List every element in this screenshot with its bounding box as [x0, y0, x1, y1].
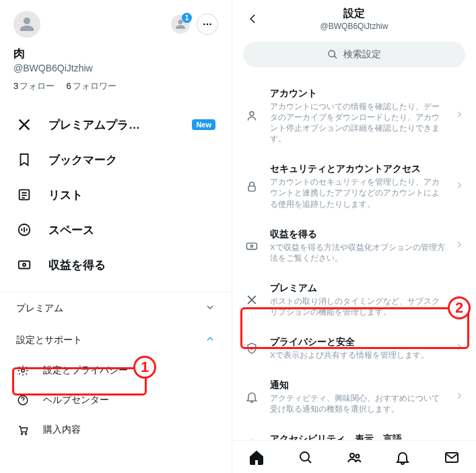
svg-point-14	[250, 245, 252, 247]
account-switcher[interactable]: 1	[171, 15, 190, 34]
page-subtitle: @BWQB6QiJtzhiw	[242, 22, 467, 31]
svg-point-10	[26, 433, 27, 435]
svg-rect-5	[19, 261, 30, 269]
svg-point-7	[22, 369, 25, 373]
nav-messages[interactable]	[438, 447, 465, 468]
home-icon	[248, 449, 265, 466]
sub-label: 購入内容	[43, 424, 81, 436]
setting-title: 収益を得る	[270, 228, 445, 241]
setting-security[interactable]: セキュリティとアカウントアクセス アカウントのセキュリティを管理したり、アカウン…	[232, 154, 476, 218]
chevron-right-icon	[454, 391, 464, 403]
nav-label: プレミアムプラ…	[48, 117, 140, 133]
svg-point-17	[300, 452, 309, 461]
setting-monetization[interactable]: 収益を得る Xで収益を得る方法や収益化オプションの管理方法をご覧ください。	[232, 219, 476, 273]
chevron-right-icon	[454, 181, 464, 193]
setting-privacy-safety[interactable]: プライバシーと安全 Xで表示および共有する情報を管理します。	[232, 327, 476, 370]
section-label: プレミアム	[16, 303, 63, 315]
avatar-row: 1	[13, 11, 218, 38]
search-icon	[327, 49, 338, 60]
nav-label: 収益を得る	[48, 257, 106, 273]
nav-communities[interactable]	[341, 447, 368, 468]
setting-account[interactable]: アカウント アカウントについての情報を確認したり、データのアーカイブをダウンロー…	[232, 78, 476, 154]
nav-lists[interactable]: リスト	[0, 177, 232, 212]
setting-title: プライバシーと安全	[270, 336, 445, 348]
section-settings-support[interactable]: 設定とサポート	[0, 324, 232, 356]
drawer-menu: 1 肉 @BWQB6QiJtzhiw 3フォロー 6フォロワー プレミアムプラ……	[0, 0, 232, 473]
following-count[interactable]: 3	[13, 81, 18, 91]
money-icon	[16, 257, 32, 273]
svg-rect-12	[248, 186, 255, 191]
settings-header: 設定 @BWQB6QiJtzhiw	[232, 0, 476, 35]
handle: @BWQB6QiJtzhiw	[13, 63, 218, 73]
svg-point-18	[350, 453, 354, 458]
svg-point-1	[207, 24, 209, 26]
bottom-nav	[232, 440, 476, 473]
setting-desc: Xで表示および共有する情報を管理します。	[270, 350, 445, 360]
money-icon	[243, 237, 261, 255]
svg-point-6	[23, 263, 26, 266]
svg-rect-13	[247, 243, 257, 249]
setting-desc: Xで収益を得る方法や収益化オプションの管理方法をご覧ください。	[270, 242, 445, 263]
settings-search[interactable]: 検索設定	[243, 42, 465, 67]
list-icon	[16, 187, 32, 203]
nav-home[interactable]	[243, 447, 270, 468]
setting-desc: ポストの取り消しのタイミングなど、サブスクリプションの機能を管理します。	[270, 296, 445, 317]
svg-point-0	[203, 24, 205, 26]
nav-bookmarks[interactable]: ブックマーク	[0, 142, 232, 177]
followers-label[interactable]: フォロワー	[73, 81, 116, 91]
nav-notifications[interactable]	[389, 447, 416, 468]
setting-accessibility[interactable]: アクセシビリティ、表示、言語 Xコンテンツの表示方法を管理します。	[232, 424, 476, 440]
setting-desc: アカウントのセキュリティを管理したり、アカウントと連携したアプリなどのアカウント…	[270, 177, 445, 209]
more-button[interactable]	[197, 13, 218, 35]
nav-search[interactable]	[292, 447, 319, 468]
new-badge: New	[192, 119, 215, 130]
people-icon	[346, 449, 362, 466]
gear-icon	[16, 364, 30, 377]
chevron-right-icon	[454, 342, 464, 354]
followers-count[interactable]: 6	[66, 81, 71, 91]
display-name: 肉	[13, 46, 218, 61]
person-icon	[243, 107, 261, 125]
nav-list: プレミアムプラ… New ブックマーク リスト スペース 収益を得る	[0, 107, 232, 282]
spaces-icon	[16, 222, 32, 238]
cart-icon	[16, 423, 30, 437]
sub-purchases[interactable]: 購入内容	[0, 415, 232, 445]
svg-point-19	[355, 455, 359, 458]
nav-monetization[interactable]: 収益を得る	[0, 247, 232, 282]
follow-stats: 3フォロー 6フォロワー	[13, 80, 218, 92]
section-premium[interactable]: プレミアム	[0, 292, 232, 324]
setting-title: アカウント	[270, 88, 445, 100]
svg-point-9	[22, 433, 23, 435]
nav-premium-plus[interactable]: プレミアムプラ… New	[0, 107, 232, 142]
notification-badge: 1	[182, 13, 192, 23]
chevron-right-icon	[454, 240, 464, 252]
svg-point-11	[250, 112, 254, 116]
chevron-down-icon	[205, 302, 215, 315]
page-title: 設定	[242, 7, 467, 21]
nav-label: ブックマーク	[48, 152, 117, 168]
setting-desc: アカウントについての情報を確認したり、データのアーカイブをダウンロードしたり、ア…	[270, 101, 445, 144]
shield-icon	[243, 340, 261, 357]
nav-label: スペース	[48, 222, 94, 238]
chevron-right-icon	[454, 294, 464, 306]
avatar[interactable]	[13, 11, 40, 38]
setting-notifications[interactable]: 通知 アクティビティ、興味関心、おすすめについて受け取る通知の種類を選択します。	[232, 370, 476, 424]
setting-premium[interactable]: プレミアム ポストの取り消しのタイミングなど、サブスクリプションの機能を管理しま…	[232, 273, 476, 327]
sub-label: ヘルプセンター	[43, 394, 109, 406]
chevron-up-icon	[205, 334, 215, 346]
bell-icon	[395, 449, 411, 466]
setting-title: プレミアム	[270, 282, 445, 294]
sub-settings-privacy[interactable]: 設定とプライバシー	[0, 356, 232, 385]
sub-help-center[interactable]: ヘルプセンター	[0, 385, 232, 415]
settings-list: アカウント アカウントについての情報を確認したり、データのアーカイブをダウンロー…	[232, 78, 476, 440]
profile-header: 1 肉 @BWQB6QiJtzhiw 3フォロー 6フォロワー	[0, 8, 232, 92]
section-label: 設定とサポート	[16, 334, 82, 346]
following-label[interactable]: フォロー	[20, 81, 55, 91]
x-logo-icon	[243, 291, 261, 309]
lock-icon	[243, 178, 261, 195]
nav-spaces[interactable]: スペース	[0, 212, 232, 247]
bell-icon	[243, 388, 261, 406]
x-logo-icon	[16, 117, 32, 133]
search-icon	[298, 449, 314, 466]
bookmark-icon	[16, 152, 32, 168]
